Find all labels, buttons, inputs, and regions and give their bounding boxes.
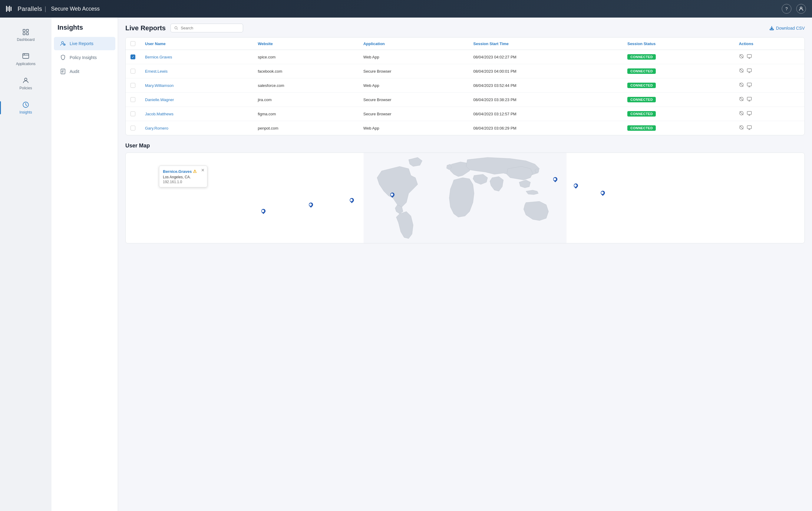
sub-item-policy-insights[interactable]: Policy Insights	[54, 51, 115, 64]
row-username[interactable]: Gary.Romero	[140, 121, 253, 135]
svg-rect-31	[747, 97, 751, 100]
map-tooltip: ✕ Bernice.Graves ⚠ Los Angeles, CA. 192.…	[159, 166, 207, 187]
svg-point-12	[25, 78, 27, 81]
svg-rect-9	[23, 54, 29, 58]
select-all-checkbox[interactable]	[130, 41, 135, 46]
row-application: Secure Browser	[358, 64, 468, 79]
disconnect-icon[interactable]	[739, 111, 744, 117]
help-button[interactable]: ?	[782, 4, 791, 13]
row-session-status: CONNECTED	[622, 121, 734, 135]
download-csv-button[interactable]: Download CSV	[769, 26, 805, 31]
app-logo: Parallels	[6, 5, 42, 12]
svg-point-14	[61, 41, 64, 43]
sidebar-item-dashboard[interactable]: Dashboard	[2, 24, 49, 46]
row-application: Web App	[358, 121, 468, 135]
table-row: Danielle.Wagnerjira.comSecure Browser08/…	[126, 93, 805, 107]
sidebar-label-policies: Policies	[19, 86, 32, 90]
sub-item-audit[interactable]: Audit	[54, 65, 115, 78]
row-checkbox-cell	[126, 50, 140, 64]
svg-rect-25	[747, 69, 751, 72]
sidebar-item-policies[interactable]: Policies	[2, 73, 49, 94]
row-checkbox[interactable]	[130, 69, 135, 73]
row-checkbox[interactable]	[130, 112, 135, 116]
download-csv-label: Download CSV	[776, 26, 805, 31]
row-actions	[734, 93, 805, 107]
sidebar-label-insights: Insights	[19, 110, 32, 114]
status-badge: CONNECTED	[627, 54, 656, 60]
col-website: Website	[253, 37, 358, 50]
col-session-start: Session Start Time	[468, 37, 622, 50]
row-website: spice.com	[253, 50, 358, 64]
status-badge: CONNECTED	[627, 68, 656, 74]
sidebar-label-dashboard: Dashboard	[17, 37, 35, 42]
sidebar-item-insights[interactable]: Insights	[2, 97, 49, 119]
sub-sidebar: Insights Live Reports Policy Insights	[52, 18, 118, 511]
row-checkbox[interactable]	[130, 83, 135, 88]
share-screen-icon[interactable]	[747, 96, 752, 103]
row-username[interactable]: Danielle.Wagner	[140, 93, 253, 107]
status-badge: CONNECTED	[627, 97, 656, 102]
user-button[interactable]	[796, 4, 806, 13]
row-checkbox-cell	[126, 107, 140, 121]
table-row: Mary.Williamsonsalesforce.comWeb App08/0…	[126, 79, 805, 93]
row-session-status: CONNECTED	[622, 79, 734, 93]
col-actions: Actions	[734, 37, 805, 50]
svg-rect-6	[26, 29, 28, 31]
row-actions	[734, 121, 805, 135]
row-actions	[734, 79, 805, 93]
share-screen-icon[interactable]	[747, 54, 752, 60]
row-checkbox[interactable]	[130, 126, 135, 130]
row-application: Web App	[358, 79, 468, 93]
svg-rect-0	[6, 6, 7, 12]
section-title: Live Reports	[125, 24, 166, 32]
row-website: penpot.com	[253, 121, 358, 135]
status-badge: CONNECTED	[627, 111, 656, 117]
share-screen-icon[interactable]	[747, 111, 752, 117]
row-actions	[734, 64, 805, 79]
svg-rect-37	[747, 126, 751, 129]
tooltip-warning-icon: ⚠	[193, 169, 197, 174]
svg-rect-28	[747, 83, 751, 86]
row-website: jira.com	[253, 93, 358, 107]
row-username[interactable]: Ernest.Lewis	[140, 64, 253, 79]
share-screen-icon[interactable]	[747, 68, 752, 74]
section-header: Live Reports Download CSV	[125, 24, 805, 32]
row-checkbox[interactable]	[130, 55, 135, 59]
row-session-start: 08/04/2023 03:06:29 PM	[468, 121, 622, 135]
svg-point-17	[175, 26, 177, 29]
row-checkbox[interactable]	[130, 97, 135, 102]
search-input[interactable]	[181, 26, 239, 30]
map-container: ✕ Bernice.Graves ⚠ Los Angeles, CA. 192.…	[125, 153, 805, 243]
sub-item-live-reports[interactable]: Live Reports	[54, 37, 115, 50]
row-session-start: 08/04/2023 03:38:23 PM	[468, 93, 622, 107]
sub-item-label-policy-insights: Policy Insights	[70, 55, 96, 60]
disconnect-icon[interactable]	[739, 54, 744, 60]
share-screen-icon[interactable]	[747, 125, 752, 131]
topbar: Parallels | Secure Web Access ?	[0, 0, 812, 18]
user-map-section: User Map	[125, 143, 805, 243]
row-website: salesforce.com	[253, 79, 358, 93]
row-session-start: 08/04/2023 04:00:01 PM	[468, 64, 622, 79]
col-username: User Name	[140, 37, 253, 50]
sidebar-item-applications[interactable]: Applications	[2, 49, 49, 70]
row-session-start: 08/04/2023 04:02:27 PM	[468, 50, 622, 64]
search-box[interactable]	[170, 24, 243, 32]
col-checkbox[interactable]	[126, 37, 140, 50]
row-username[interactable]: Jacob.Matthews	[140, 107, 253, 121]
action-icons	[739, 125, 800, 131]
status-badge: CONNECTED	[627, 83, 656, 88]
tooltip-username: Bernice.Graves ⚠	[163, 169, 203, 174]
share-screen-icon[interactable]	[747, 82, 752, 89]
row-username[interactable]: Bernice.Graves	[140, 50, 253, 64]
table-row: Gary.Romeropenpot.comWeb App08/04/2023 0…	[126, 121, 805, 135]
disconnect-icon[interactable]	[739, 96, 744, 103]
tooltip-close-button[interactable]: ✕	[201, 168, 205, 173]
tooltip-ip: 192.161.1.0	[163, 180, 203, 184]
disconnect-icon[interactable]	[739, 125, 744, 131]
disconnect-icon[interactable]	[739, 82, 744, 89]
disconnect-icon[interactable]	[739, 68, 744, 74]
row-session-start: 08/04/2023 03:52:44 PM	[468, 79, 622, 93]
row-username[interactable]: Mary.Williamson	[140, 79, 253, 93]
sidebar: Dashboard Applications Policies	[0, 18, 52, 511]
topbar-actions: ?	[782, 4, 806, 13]
